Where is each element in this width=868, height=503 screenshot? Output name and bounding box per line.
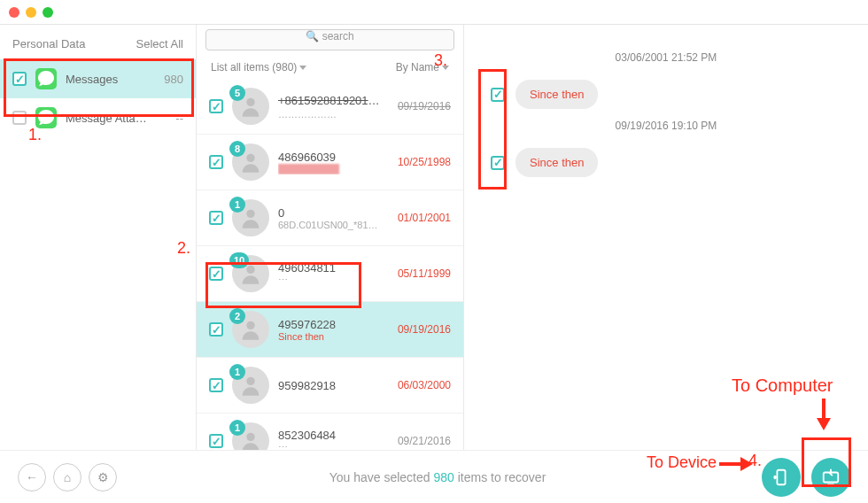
close-window-button[interactable]: [9, 7, 19, 18]
checkbox[interactable]: [12, 111, 27, 125]
sidebar-item-label: Message Atta…: [66, 112, 167, 125]
back-button[interactable]: ←: [18, 463, 46, 491]
conversation-date: 10/25/1998: [391, 156, 451, 168]
conversation-body: 496034811⋯: [278, 261, 382, 286]
conversation-list: 5+8615928819201、…………………09/19/20168486966…: [197, 79, 463, 450]
svg-point-6: [246, 433, 254, 441]
badge: 8: [229, 141, 245, 157]
select-all-link[interactable]: Select All: [136, 37, 183, 50]
avatar: 10: [232, 255, 269, 292]
conversation-date: 09/21/2016: [391, 435, 451, 447]
chevron-down-icon: [299, 66, 306, 70]
annotation-to-device: To Device: [647, 453, 717, 472]
annotation-label-3: 3.: [434, 51, 447, 70]
avatar: 5: [232, 88, 269, 125]
avatar: 1: [232, 199, 269, 236]
checkbox[interactable]: [209, 211, 223, 225]
conversation-number: 495976228: [278, 318, 382, 331]
svg-point-5: [246, 377, 254, 385]
conversation-number: 496034811: [278, 261, 382, 275]
annotation-label-1: 1.: [28, 126, 42, 144]
conversation-body: 852306484⋯: [278, 429, 382, 450]
message-timestamp: 09/19/2016 19:10 PM: [491, 120, 841, 132]
svg-point-2: [246, 210, 254, 218]
conversation-number: +8615928819201、…: [278, 93, 382, 109]
checkbox[interactable]: [209, 99, 223, 113]
conversation-date: 05/11/1999: [391, 267, 451, 280]
checkbox[interactable]: [491, 156, 505, 170]
conversation-body: 495976228Since then: [278, 318, 382, 342]
message-bubble: Since then: [515, 80, 598, 109]
checkbox[interactable]: [209, 434, 223, 448]
conversation-body: 486966039██████████: [278, 151, 382, 174]
conversation-preview: 68D.C01USN00_*813E…: [278, 220, 382, 230]
conversation-body: 068D.C01USN00_*813E…: [278, 206, 382, 230]
conversation-body: 959982918: [278, 379, 382, 392]
badge: 10: [229, 252, 249, 268]
sidebar-item-label: Messages: [66, 73, 155, 86]
avatar: 1: [232, 422, 269, 450]
checkbox[interactable]: [209, 322, 223, 337]
search-input[interactable]: 🔍 search: [205, 29, 454, 50]
badge: 1: [229, 197, 245, 213]
conversation-preview: ██████████: [278, 164, 382, 174]
conversation-row[interactable]: 8486966039██████████10/25/1998: [197, 135, 463, 190]
svg-point-0: [246, 98, 254, 106]
annotation-label-2: 2.: [177, 239, 190, 258]
badge: 1: [229, 420, 245, 436]
checkbox[interactable]: [12, 72, 27, 86]
settings-button[interactable]: ⚙: [89, 463, 117, 491]
conversation-preview: Since then: [278, 331, 382, 342]
checkbox[interactable]: [209, 155, 223, 169]
svg-point-3: [246, 266, 254, 274]
conversation-date: 01/01/2001: [391, 212, 451, 224]
filter-dropdown[interactable]: List all items (980): [211, 61, 306, 74]
avatar: 8: [232, 143, 269, 181]
conversation-row[interactable]: 5+8615928819201、…………………09/19/2016: [197, 79, 463, 135]
to-device-button[interactable]: [762, 458, 801, 497]
conversation-number: 959982918: [278, 379, 382, 392]
sidebar-item-messages[interactable]: Messages 980: [0, 59, 196, 98]
conversation-date: 06/03/2000: [391, 379, 451, 391]
minimize-window-button[interactable]: [26, 7, 36, 18]
sidebar-title: Personal Data: [12, 37, 85, 50]
sidebar-item-count: 980: [164, 73, 183, 86]
annotation-to-computer: To Computer: [732, 375, 833, 396]
sidebar-item-count: --: [175, 112, 183, 125]
conversation-number: 0: [278, 206, 382, 220]
message-row: Since then: [491, 80, 841, 109]
badge: 5: [229, 85, 245, 101]
avatar: 1: [232, 367, 269, 404]
badge: 1: [229, 364, 245, 380]
checkbox[interactable]: [209, 378, 223, 392]
sidebar: Personal Data Select All Messages 980 Me…: [0, 25, 197, 450]
conversation-row[interactable]: 2495976228Since then09/19/2016: [197, 302, 463, 358]
svg-point-4: [246, 321, 254, 329]
conversation-preview: ………………: [278, 109, 382, 120]
to-computer-button[interactable]: [811, 458, 850, 497]
messages-icon: [35, 68, 57, 89]
conversation-row[interactable]: 1068D.C01USN00_*813E…01/01/2001: [197, 190, 463, 246]
message-bubble: Since then: [515, 148, 598, 177]
conversation-date: 09/19/2016: [391, 100, 451, 112]
conversation-number: 852306484: [278, 429, 382, 442]
message-row: Since then: [491, 148, 841, 177]
conversation-body: +8615928819201、…………………: [278, 93, 382, 120]
window-titlebar: [0, 0, 868, 25]
svg-point-1: [246, 154, 254, 162]
svg-rect-8: [777, 469, 785, 484]
conversation-row[interactable]: 1852306484⋯09/21/2016: [197, 414, 463, 450]
avatar: 2: [232, 311, 269, 348]
checkbox[interactable]: [209, 267, 223, 281]
home-button[interactable]: ⌂: [53, 463, 81, 491]
conversation-panel: 🔍 search List all items (980) By Name 5+…: [197, 25, 464, 450]
maximize-window-button[interactable]: [43, 7, 53, 18]
conversation-preview: ⋯: [278, 275, 382, 286]
badge: 2: [229, 308, 245, 324]
conversation-preview: ⋯: [278, 442, 382, 450]
conversation-date: 09/19/2016: [391, 323, 451, 336]
checkbox[interactable]: [491, 88, 505, 102]
conversation-row[interactable]: 10496034811⋯05/11/1999: [197, 246, 463, 302]
conversation-number: 486966039: [278, 151, 382, 164]
conversation-row[interactable]: 195998291806/03/2000: [197, 358, 463, 414]
